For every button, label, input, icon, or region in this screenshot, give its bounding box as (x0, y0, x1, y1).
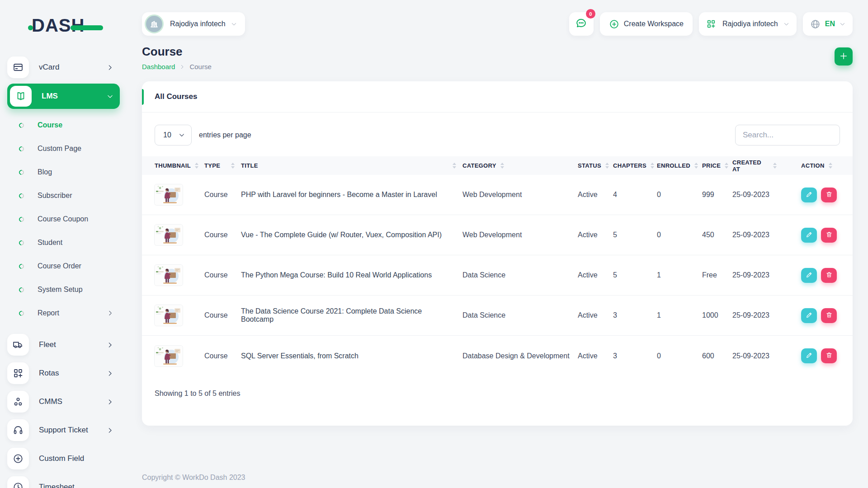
nodes-icon (7, 391, 29, 413)
chevron-right-icon (107, 64, 113, 71)
chevron-right-icon (107, 370, 113, 377)
column-header[interactable]: CHAPTERS (613, 162, 657, 169)
column-header[interactable]: TITLE (241, 162, 462, 169)
delete-button[interactable] (821, 348, 837, 363)
column-header[interactable]: ENROLLED (657, 162, 702, 169)
chevron-right-icon (107, 399, 113, 405)
cell-created-at: 25-09-2023 (732, 311, 783, 319)
column-header[interactable]: PRICE (702, 162, 732, 169)
sidebar-item-vcard[interactable]: vCard (7, 54, 120, 81)
sidebar-item-label: LMS (42, 92, 107, 101)
trash-icon (826, 191, 833, 199)
add-course-button[interactable] (835, 47, 853, 66)
workspace-selector[interactable]: Rajodiya infotech (142, 12, 245, 36)
column-header[interactable]: CATEGORY (462, 162, 578, 169)
column-header[interactable]: ACTION (783, 162, 840, 169)
sidebar-item[interactable]: Fleet (7, 331, 120, 358)
column-header[interactable]: TYPE (204, 162, 241, 169)
logo-dash-icon (71, 25, 103, 30)
delete-button[interactable] (821, 188, 837, 202)
trash-icon (826, 311, 833, 320)
lms-submenu-item[interactable]: System Setup (7, 278, 120, 301)
edit-button[interactable] (801, 308, 817, 323)
cell-enrolled: 0 (657, 231, 702, 239)
pencil-icon (806, 311, 813, 320)
language-selector[interactable]: EN (803, 12, 853, 36)
sidebar-item[interactable]: Timesheet (7, 474, 120, 488)
cell-title: The Python Mega Course: Build 10 Real Wo… (241, 271, 462, 279)
cell-actions (783, 308, 840, 323)
sidebar-item-label: Rotas (39, 369, 107, 378)
lms-submenu-item[interactable]: Subscriber (7, 184, 120, 207)
submenu-item-label: Subscriber (38, 192, 120, 200)
lms-submenu-item[interactable]: Custom Page (7, 137, 120, 160)
breadcrumb: Dashboard Course (142, 63, 212, 70)
delete-button[interactable] (821, 268, 837, 283)
plus-circle-icon (609, 19, 619, 29)
chevron-down-icon (783, 21, 789, 27)
chevron-right-icon (179, 64, 185, 70)
main-content: Rajodiya infotech 0 Create Workspace Raj… (129, 0, 868, 488)
logo-dot-icon (28, 25, 33, 30)
create-workspace-label: Create Workspace (624, 20, 684, 28)
cell-actions (783, 268, 840, 283)
sidebar-item[interactable]: Support Ticket (7, 417, 120, 444)
sidebar-item[interactable]: Rotas (7, 360, 120, 387)
column-header[interactable]: STATUS (578, 162, 613, 169)
topbar-right: 0 Create Workspace Rajodiya infotech EN (569, 12, 853, 36)
cell-enrolled: 1 (657, 271, 702, 279)
messages-button[interactable]: 0 (569, 12, 594, 36)
breadcrumb-dashboard-link[interactable]: Dashboard (142, 63, 175, 70)
sort-arrows-icon (500, 163, 504, 169)
company-selector[interactable]: Rajodiya infotech (699, 12, 797, 36)
lms-submenu-item[interactable]: Blog (7, 160, 120, 184)
bullet-icon (18, 169, 25, 175)
bullet-icon (18, 216, 25, 222)
building-icon (145, 14, 164, 33)
sort-arrows-icon (725, 163, 728, 169)
search-input[interactable] (735, 125, 840, 145)
delete-button[interactable] (821, 308, 837, 323)
sidebar-item-lms[interactable]: LMS (7, 84, 120, 109)
entries-summary: Showing 1 to 5 of 5 entries (142, 376, 853, 426)
cell-type: Course (204, 352, 241, 360)
edit-button[interactable] (801, 228, 817, 243)
sidebar-item[interactable]: CMMS (7, 388, 120, 415)
submenu-item-label: Custom Page (38, 145, 120, 153)
cell-price: 999 (702, 191, 732, 199)
chevron-right-icon (107, 310, 113, 316)
sort-arrows-icon (453, 163, 456, 169)
bullet-icon (18, 310, 25, 316)
cell-actions (783, 188, 840, 202)
edit-button[interactable] (801, 268, 817, 283)
column-header[interactable]: THUMBNAIL (155, 162, 204, 169)
cell-title: The Data Science Course 2021: Complete D… (241, 307, 462, 324)
lms-submenu-item[interactable]: Course (7, 113, 120, 137)
table-row: Course Vue - The Complete Guide (w/ Rout… (142, 215, 853, 255)
delete-button[interactable] (821, 228, 837, 243)
cell-type: Course (204, 191, 241, 199)
dash-logo[interactable]: DASH (32, 15, 99, 36)
cell-category: Database Design & Development (462, 352, 578, 360)
edit-button[interactable] (801, 188, 817, 202)
column-header[interactable]: CREATED AT (732, 159, 783, 173)
lms-submenu-item[interactable]: Course Coupon (7, 207, 120, 231)
chevron-down-icon (107, 93, 113, 100)
submenu-item-label: Student (38, 239, 120, 247)
page-title: Course (142, 45, 212, 59)
lms-submenu-item[interactable]: Student (7, 231, 120, 254)
cell-category: Web Development (462, 231, 578, 239)
sidebar-item[interactable]: Custom Field (7, 445, 120, 472)
sort-arrows-icon (195, 163, 198, 169)
entries-per-page-select[interactable]: 10 (155, 125, 192, 145)
cell-chapters: 3 (613, 352, 657, 360)
create-workspace-button[interactable]: Create Workspace (600, 12, 693, 36)
headset-icon (7, 419, 29, 441)
table-body: Course PHP with Laravel for beginners - … (142, 175, 853, 376)
sort-arrows-icon (773, 163, 777, 169)
lms-submenu-item[interactable]: Report (7, 301, 120, 325)
cell-created-at: 25-09-2023 (732, 231, 783, 239)
lms-submenu-item[interactable]: Course Order (7, 254, 120, 278)
cell-title: SQL Server Essentials, from Scratch (241, 352, 462, 360)
edit-button[interactable] (801, 348, 817, 363)
